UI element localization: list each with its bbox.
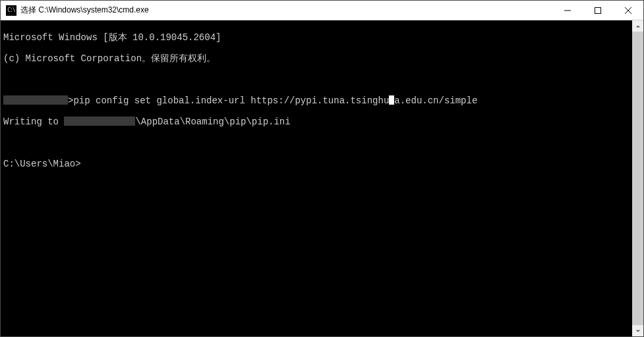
cmd1-part2: a.edu.cn/simple bbox=[394, 95, 477, 106]
scroll-thumb[interactable] bbox=[632, 32, 643, 325]
terminal-output[interactable]: Microsoft Windows [版本 10.0.19045.2604] (… bbox=[1, 20, 632, 336]
output-line-1: Writing to \AppData\Roaming\pip\pip.ini bbox=[3, 117, 632, 127]
banner-version: Microsoft Windows [版本 10.0.19045.2604] bbox=[3, 32, 632, 43]
blank-line bbox=[3, 74, 632, 85]
maximize-button[interactable] bbox=[583, 1, 613, 20]
banner-copyright: (c) Microsoft Corporation。保留所有权利。 bbox=[3, 53, 632, 64]
chevron-down-icon bbox=[635, 328, 641, 334]
prompt-line: C:\Users\Miao> bbox=[3, 159, 632, 169]
close-icon bbox=[625, 7, 631, 14]
minimize-icon bbox=[564, 7, 571, 14]
svg-rect-0 bbox=[595, 7, 601, 13]
scroll-up-button[interactable] bbox=[632, 20, 643, 32]
redacted-user bbox=[64, 117, 135, 126]
maximize-icon bbox=[595, 7, 601, 14]
client-area: Microsoft Windows [版本 10.0.19045.2604] (… bbox=[1, 20, 643, 336]
titlebar[interactable]: C:\ 选择 C:\Windows\system32\cmd.exe bbox=[1, 1, 643, 20]
command-line-1: >pip config set global.index-url https:/… bbox=[3, 95, 632, 106]
cmd-window: C:\ 选择 C:\Windows\system32\cmd.exe Micro… bbox=[0, 0, 644, 337]
out1-prefix: Writing to bbox=[3, 117, 64, 127]
window-title: 选择 C:\Windows\system32\cmd.exe bbox=[20, 5, 149, 16]
vertical-scrollbar[interactable] bbox=[632, 20, 643, 336]
cmd1-part1: >pip config set global.index-url https:/… bbox=[68, 95, 389, 106]
chevron-up-icon bbox=[635, 24, 641, 29]
redacted-path bbox=[3, 95, 68, 105]
blank-line-2 bbox=[3, 138, 632, 148]
prompt-text: C:\Users\Miao> bbox=[3, 159, 81, 169]
out1-tail: \AppData\Roaming\pip\pip.ini bbox=[135, 117, 290, 127]
scroll-down-button[interactable] bbox=[632, 325, 643, 336]
minimize-button[interactable] bbox=[552, 1, 583, 20]
cmd-icon: C:\ bbox=[6, 5, 16, 16]
close-button[interactable] bbox=[613, 1, 643, 20]
scroll-track[interactable] bbox=[632, 32, 643, 325]
